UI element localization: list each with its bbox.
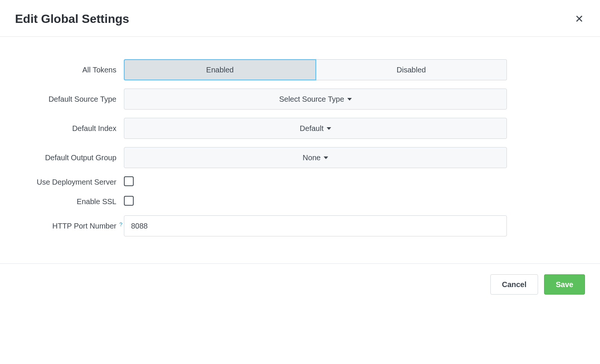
row-default-index: Default Index Default: [15, 118, 585, 139]
modal-header: Edit Global Settings ✕: [0, 0, 600, 37]
row-use-deployment-server: Use Deployment Server: [15, 176, 585, 188]
default-output-group-control: None: [124, 147, 507, 168]
default-index-label: Default Index: [15, 124, 124, 133]
modal-title: Edit Global Settings: [15, 12, 129, 26]
use-deployment-server-control: [124, 176, 507, 188]
default-source-type-dropdown[interactable]: Select Source Type: [124, 89, 507, 110]
default-index-selected: Default: [300, 124, 323, 133]
default-output-group-dropdown[interactable]: None: [124, 147, 507, 168]
http-port-number-control: [124, 215, 507, 236]
default-output-group-selected: None: [303, 153, 321, 162]
enable-ssl-control: [124, 196, 507, 207]
cancel-button[interactable]: Cancel: [490, 274, 538, 295]
all-tokens-disabled-button[interactable]: Disabled: [316, 59, 507, 80]
all-tokens-label: All Tokens: [15, 66, 124, 74]
enable-ssl-checkbox[interactable]: [124, 196, 134, 206]
default-output-group-label: Default Output Group: [15, 153, 124, 162]
close-icon[interactable]: ✕: [573, 12, 585, 26]
default-source-type-control: Select Source Type: [124, 89, 507, 110]
caret-down-icon: [324, 156, 328, 159]
caret-down-icon: [327, 127, 331, 130]
all-tokens-toggle-group: Enabled Disabled: [124, 59, 507, 80]
save-button[interactable]: Save: [544, 274, 585, 295]
row-enable-ssl: Enable SSL: [15, 196, 585, 207]
help-icon[interactable]: ?: [119, 221, 122, 227]
all-tokens-control: Enabled Disabled: [124, 59, 507, 80]
http-port-number-label-text: HTTP Port Number: [52, 222, 116, 230]
caret-down-icon: [347, 98, 352, 101]
modal-body: All Tokens Enabled Disabled Default Sour…: [0, 37, 600, 263]
http-port-number-label: HTTP Port Number ?: [15, 222, 124, 230]
use-deployment-server-label: Use Deployment Server: [15, 178, 124, 187]
default-source-type-label: Default Source Type: [15, 95, 124, 104]
row-http-port-number: HTTP Port Number ?: [15, 215, 585, 236]
row-default-source-type: Default Source Type Select Source Type: [15, 89, 585, 110]
all-tokens-enabled-button[interactable]: Enabled: [124, 59, 316, 80]
default-source-type-selected: Select Source Type: [279, 95, 344, 104]
row-default-output-group: Default Output Group None: [15, 147, 585, 168]
default-index-control: Default: [124, 118, 507, 139]
edit-global-settings-modal: Edit Global Settings ✕ All Tokens Enable…: [0, 0, 600, 305]
use-deployment-server-checkbox[interactable]: [124, 176, 134, 186]
default-index-dropdown[interactable]: Default: [124, 118, 507, 139]
http-port-number-input[interactable]: [124, 215, 507, 236]
enable-ssl-label: Enable SSL: [15, 197, 124, 206]
modal-footer: Cancel Save: [0, 263, 600, 305]
row-all-tokens: All Tokens Enabled Disabled: [15, 59, 585, 80]
